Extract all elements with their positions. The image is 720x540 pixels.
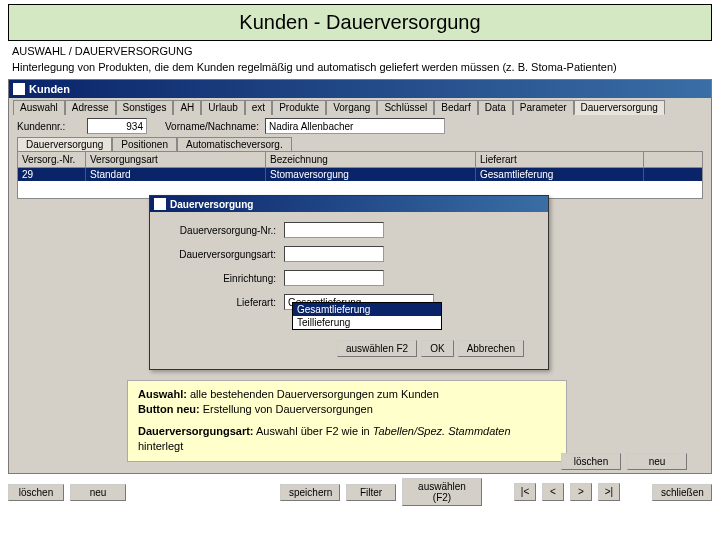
name-input[interactable]	[265, 118, 445, 134]
grid-cell-liefer: Gesamtlieferung	[476, 168, 644, 181]
main-tabs: AuswahlAdresseSonstigesAHUrlaubextProduk…	[9, 98, 711, 115]
footer-auswaehlen-button[interactable]: auswählen (F2)	[402, 478, 482, 506]
dropdown-option-teil[interactable]: Teillieferung	[293, 316, 441, 329]
slide-title: Kunden - Dauerversorgung	[8, 4, 712, 41]
grid-header-liefer[interactable]: Lieferart	[476, 152, 644, 167]
note-auswahl-text: alle bestehenden Dauerversorgungen zum K…	[187, 388, 439, 400]
note-neu-label: Button neu:	[138, 403, 200, 415]
window-title: Kunden	[29, 83, 70, 95]
note-neu-text: Erstellung von Dauerversorgungen	[200, 403, 373, 415]
grid-header-row: Versorg.-Nr. Versorgungsart Bezeichnung …	[18, 152, 702, 168]
help-note: Auswahl: alle bestehenden Dauerversorgun…	[127, 380, 567, 462]
note-dauer-label: Dauerversorgungsart:	[138, 425, 254, 437]
footer-speichern-button[interactable]: speichern	[280, 484, 340, 501]
kundennr-label: Kundennr.:	[17, 121, 81, 132]
dialog-icon	[154, 198, 166, 210]
tab-parameter[interactable]: Parameter	[513, 100, 574, 115]
dlg-nr-label: Dauerversorgung-Nr.:	[164, 225, 284, 236]
lieferart-dropdown[interactable]: Gesamtlieferung Teillieferung	[292, 302, 442, 330]
dlg-einricht-label: Einrichtung:	[164, 273, 284, 284]
tab-sonstiges[interactable]: Sonstiges	[116, 100, 174, 115]
footer-neu-button[interactable]: neu	[70, 484, 126, 501]
dialog-body: Dauerversorgung-Nr.: Dauerversorgungsart…	[150, 212, 548, 369]
footer-loeschen-button[interactable]: löschen	[8, 484, 64, 501]
window-titlebar: Kunden	[9, 80, 711, 98]
slide-description: Hinterlegung von Produkten, die dem Kund…	[0, 59, 720, 79]
tab-produkte[interactable]: Produkte	[272, 100, 326, 115]
nav-first-button[interactable]: |<	[514, 483, 536, 501]
note-dauer-text1: Auswahl über F2 wie in	[254, 425, 373, 437]
tab-urlaub[interactable]: Urlaub	[201, 100, 244, 115]
note-dauer-text2: hinterlegt	[138, 440, 183, 452]
note-dauer-italic: Tabellen/Spez. Stammdaten	[373, 425, 511, 437]
kundennr-input[interactable]	[87, 118, 147, 134]
tab-vorgang[interactable]: Vorgang	[326, 100, 377, 115]
nav-prev-button[interactable]: <	[542, 483, 564, 501]
dlg-nr-input[interactable]	[284, 222, 384, 238]
tab-ah[interactable]: AH	[173, 100, 201, 115]
name-label: Vorname/Nachname:	[165, 121, 259, 132]
app-window: Kunden AuswahlAdresseSonstigesAHUrlaubex…	[8, 79, 712, 474]
tab-schlüssel[interactable]: Schlüssel	[377, 100, 434, 115]
tab-bedarf[interactable]: Bedarf	[434, 100, 477, 115]
nav-next-button[interactable]: >	[570, 483, 592, 501]
sub-tabs: DauerversorgungPositionenAutomatischever…	[9, 137, 711, 151]
tab-adresse[interactable]: Adresse	[65, 100, 116, 115]
app-icon	[13, 83, 25, 95]
nav-last-button[interactable]: >|	[598, 483, 620, 501]
grid-cell-bez: Stomaversorgung	[266, 168, 476, 181]
dlg-art-label: Dauerversorgungsart:	[164, 249, 284, 260]
inner-action-buttons: löschen neu	[561, 453, 687, 470]
slide-meta: AUSWAHL / DAUERVERSORGUNG	[0, 43, 720, 59]
grid-cell-art: Standard	[86, 168, 266, 181]
inner-neu-button[interactable]: neu	[627, 453, 687, 470]
subtab-1[interactable]: Positionen	[112, 137, 177, 151]
tab-ext[interactable]: ext	[245, 100, 272, 115]
abbrechen-button[interactable]: Abbrechen	[458, 340, 524, 357]
grid-header-bez[interactable]: Bezeichnung	[266, 152, 476, 167]
tab-dauerversorgung[interactable]: Dauerversorgung	[574, 100, 665, 115]
footer-schliessen-button[interactable]: schließen	[652, 484, 712, 501]
dauerversorgung-dialog: Dauerversorgung Dauerversorgung-Nr.: Dau…	[149, 195, 549, 370]
tab-auswahl[interactable]: Auswahl	[13, 100, 65, 115]
auswaehlen-f2-button[interactable]: auswählen F2	[337, 340, 417, 357]
subtab-2[interactable]: Automatischeversorg.	[177, 137, 292, 151]
dialog-title: Dauerversorgung	[170, 199, 253, 210]
grid-cell-nr: 29	[18, 168, 86, 181]
dialog-buttons: auswählen F2 OK Abbrechen	[164, 334, 534, 363]
footer-bar: löschen neu speichern Filter auswählen (…	[8, 478, 712, 506]
tab-data[interactable]: Data	[478, 100, 513, 115]
dialog-titlebar: Dauerversorgung	[150, 196, 548, 212]
grid-header-nr[interactable]: Versorg.-Nr.	[18, 152, 86, 167]
ok-button[interactable]: OK	[421, 340, 453, 357]
footer-filter-button[interactable]: Filter	[346, 484, 396, 501]
dlg-art-input[interactable]	[284, 246, 384, 262]
note-auswahl-label: Auswahl:	[138, 388, 187, 400]
grid-row[interactable]: 29 Standard Stomaversorgung Gesamtliefer…	[18, 168, 702, 181]
dropdown-option-gesamt[interactable]: Gesamtlieferung	[293, 303, 441, 316]
inner-loeschen-button[interactable]: löschen	[561, 453, 621, 470]
versorgung-grid[interactable]: Versorg.-Nr. Versorgungsart Bezeichnung …	[17, 151, 703, 199]
grid-header-art[interactable]: Versorgungsart	[86, 152, 266, 167]
customer-row: Kundennr.: Vorname/Nachname:	[9, 115, 711, 137]
dlg-lieferart-label: Lieferart:	[164, 297, 284, 308]
dlg-einricht-input[interactable]	[284, 270, 384, 286]
subtab-0[interactable]: Dauerversorgung	[17, 137, 112, 151]
